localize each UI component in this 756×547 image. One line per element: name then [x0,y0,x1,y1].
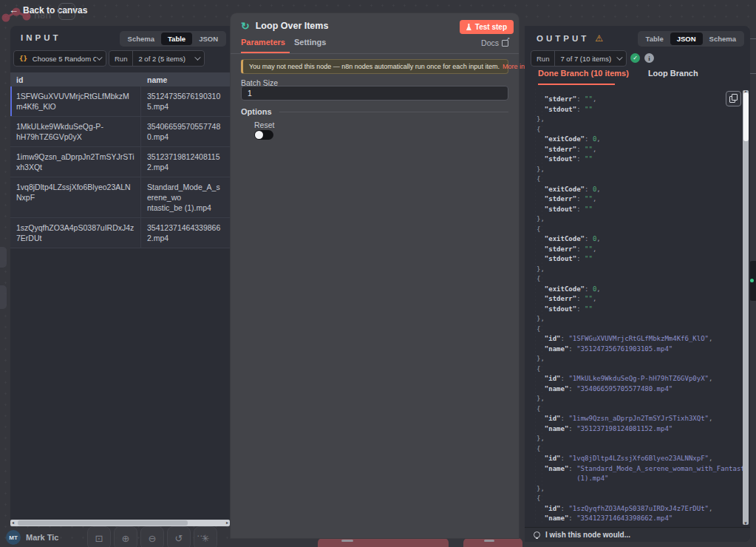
scroll-right-arrow-icon[interactable]: ▸ [226,520,228,526]
hint-text: You may not need this node — n8n nodes a… [249,63,500,70]
column-header-name[interactable]: name [141,75,230,84]
output-view-mode-tabs: Table JSON Schema [638,31,744,47]
output-tab-json[interactable]: JSON [670,33,703,45]
active-tab-underline [241,52,290,53]
table-row[interactable]: 1imw9Qzsn_aDprpJn2TmSYJrSTixh3XQt 351237… [10,147,230,177]
run-label: Run [109,51,133,66]
cell-id: 1vq8jDltp4LZssjXfo6Blyeo23ALNNxpF [10,177,141,217]
table-row[interactable]: 1MkULke9WkduSeQg-P- hH79hTZ6GVp0yX 35406… [10,117,230,147]
tab-done-branch[interactable]: Done Branch (10 items) [538,69,629,78]
scrollbar-thumb[interactable] [743,92,749,141]
table-row[interactable]: 1SFWGuXVUVMrjcRtGLfMbkzMm4Kf6_KlO 351247… [10,86,230,117]
table-row[interactable]: 1szQyqfhZO3A4pS0387uIRDxJ4z7ErDUt 354123… [10,218,230,248]
node-title-row: ↻ Loop Over Items [241,20,328,32]
zoom-in-button[interactable]: ⊕ [114,526,137,547]
tab-settings[interactable]: Settings [294,38,326,47]
branch-tabs: Done Branch (10 items) Loop Branch [538,69,698,78]
user-chip[interactable]: MT Mark Tic [6,530,58,545]
cell-id: 1imw9Qzsn_aDprpJn2TmSYJrSTixh3XQt [10,147,141,177]
divider [279,112,508,112]
batch-size-input[interactable] [241,86,508,101]
cell-id: 1SFWGuXVUVMrjcRtGLfMbkzMm4Kf6_KlO [10,86,141,116]
output-vertical-scrollbar[interactable]: ▲ ▼ [743,90,749,525]
test-workflow-button-occluded[interactable] [318,538,449,547]
toggle-knob [255,131,263,139]
input-node-selector[interactable]: {} Choose 5 Random Clips [13,50,106,67]
output-panel-title: OUTPUT [537,34,589,43]
scrollbar-thumb[interactable] [18,520,188,526]
node-panel-tabs: Parameters Settings Docs [231,38,519,54]
assistant-status-dot [750,279,754,282]
cell-name: 351247356761903105.mp4 [141,86,230,116]
input-tab-table[interactable]: Table [161,33,192,45]
node-feedback-bar[interactable]: I wish this node would... [525,527,750,542]
node-hint-callout: You may not need this node — n8n nodes a… [241,59,508,74]
input-table: id name 1SFWGuXVUVMrjcRtGLfMbkzMm4Kf6_Kl… [10,72,230,248]
reset-toggle[interactable] [254,130,273,140]
button-glare [484,540,494,542]
chevron-down-icon [194,54,200,60]
tab-parameters[interactable]: Parameters [241,38,285,47]
scroll-left-arrow-icon[interactable]: ◂ [12,520,14,526]
user-menu-button[interactable]: ⋯ [197,531,206,541]
cell-id: 1MkULke9WkduSeQg-P- hH79hTZ6GVp0yX [10,117,141,146]
input-tab-schema[interactable]: Schema [121,33,161,45]
zoom-out-button[interactable]: ⊖ [140,526,164,547]
avatar: MT [6,530,21,545]
json-code[interactable]: "stderr": "", "stdout": ""},{ "exitCode"… [526,89,743,524]
back-arrow-icon: ← [9,4,18,16]
test-step-label: Test step [475,23,507,31]
output-warning-icon: ⚠ [595,33,603,44]
reset-zoom-icon: ↺ [175,533,183,544]
button-glare [341,540,353,542]
active-branch-underline [538,84,615,85]
chevron-down-icon [96,54,102,60]
tab-loop-branch[interactable]: Loop Branch [648,69,698,78]
cell-id: 1szQyqfhZO3A4pS0387uIRDxJ4z7ErDUt [10,218,141,248]
input-run-selector[interactable]: Run 2 of 2 (5 items) [109,50,205,67]
node-settings-panel: ↻ Loop Over Items Test step Parameters S… [231,13,519,538]
external-link-icon [502,40,508,47]
fit-view-button[interactable]: ⊡ [87,526,111,547]
input-tab-json[interactable]: JSON [192,33,225,45]
flask-icon [466,24,471,30]
options-section-header: Options [241,107,508,116]
chevron-down-icon [616,54,622,60]
input-table-header: id name [10,72,230,86]
reset-zoom-button[interactable]: ↺ [167,526,191,547]
fit-view-icon: ⊡ [95,533,103,544]
cell-name: 354066595705577480.mp4 [141,117,230,146]
zoom-in-icon: ⊕ [122,533,130,544]
output-run-value: 7 of 7 (10 items) [555,55,616,63]
run-status-icons: ✓ i [630,53,654,63]
input-horizontal-scrollbar[interactable]: ◂ ▸ [10,520,230,526]
left-collapsed-panel-handle-2[interactable] [0,285,7,309]
json-output-viewport: "stderr": "", "stdout": ""},{ "exitCode"… [526,89,743,525]
loop-node-icon: ↻ [241,20,250,32]
secondary-canvas-button-occluded[interactable] [463,538,522,547]
new-tab-button[interactable]: + [58,3,75,20]
output-run-selector[interactable]: Run 7 of 7 (10 items) [531,50,627,67]
node-title: Loop Over Items [256,21,329,31]
input-node-selector-value: Choose 5 Random Clips [27,55,96,63]
docs-link[interactable]: Docs [481,38,508,47]
lightbulb-icon [534,531,540,538]
table-row[interactable]: 1vq8jDltp4LZssjXfo6Blyeo23ALNNxpF Standa… [10,177,230,218]
column-header-id[interactable]: id [10,75,141,84]
scroll-down-arrow-icon[interactable]: ▼ [743,521,748,526]
test-step-button[interactable]: Test step [460,20,514,34]
options-label: Options [241,107,272,116]
output-tab-table[interactable]: Table [639,33,670,45]
docs-label: Docs [481,38,499,47]
copy-to-clipboard-button[interactable] [726,91,741,106]
left-collapsed-panel-handle-1[interactable] [0,247,7,268]
zoom-out-icon: ⊖ [149,533,157,544]
input-view-mode-tabs: Schema Table JSON [120,31,226,47]
run-info-icon[interactable]: i [644,53,654,63]
run-label: Run [531,51,555,66]
feedback-prompt: I wish this node would... [545,531,630,539]
back-to-canvas-button[interactable]: ← Back to canvas [9,4,87,16]
output-tab-schema[interactable]: Schema [703,33,743,45]
cell-name: 351237198124081152.mp4 [141,147,230,177]
input-panel: INPUT Schema Table JSON {} Choose 5 Rand… [10,26,231,526]
